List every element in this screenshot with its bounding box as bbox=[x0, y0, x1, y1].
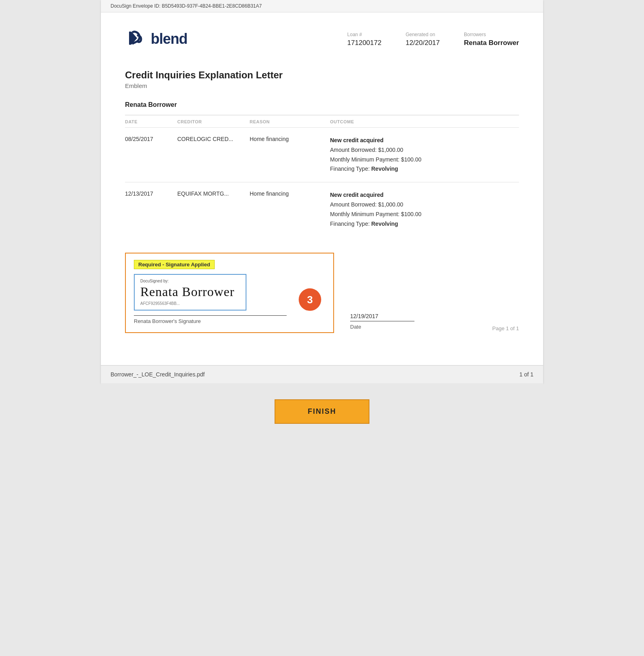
table-row: 08/25/2017 CORELOGIC CRED... Home financ… bbox=[125, 127, 519, 182]
row1-date: 08/25/2017 bbox=[125, 136, 177, 142]
blend-logo-icon bbox=[125, 29, 146, 49]
borrowers-label: Borrowers bbox=[464, 32, 519, 37]
row2-financing-type: Revolving bbox=[371, 221, 398, 227]
doc-title-section: Credit Inquiries Explanation Letter Embl… bbox=[125, 69, 519, 89]
row2-reason: Home financing bbox=[250, 190, 330, 197]
signature-box: Required - Signature Applied DocuSigned … bbox=[125, 253, 334, 333]
row1-creditor: CORELOGIC CRED... bbox=[177, 136, 250, 142]
generated-label: Generated on bbox=[406, 32, 440, 37]
sig-line bbox=[134, 315, 287, 316]
row2-outcome: New credit acquired Amount Borrowed: $1,… bbox=[330, 190, 519, 229]
row1-outcome: New credit acquired Amount Borrowed: $1,… bbox=[330, 136, 519, 174]
filename: Borrower_-_LOE_Credit_Inquiries.pdf bbox=[111, 371, 205, 378]
borrower-name: Renata Borrower bbox=[125, 101, 519, 108]
page-count: 1 of 1 bbox=[519, 371, 533, 378]
table-header: DATE CREDITOR REASON OUTCOME bbox=[125, 115, 519, 127]
row2-outcome-title: New credit acquired bbox=[330, 190, 519, 200]
doc-title: Credit Inquiries Explanation Letter bbox=[125, 69, 519, 81]
row1-financing-label: Financing Type: bbox=[330, 166, 371, 172]
row2-financing-label: Financing Type: bbox=[330, 221, 371, 227]
row1-financing-type: Revolving bbox=[371, 166, 398, 172]
header-meta: Loan # 171200172 Generated on 12/20/2017… bbox=[347, 29, 519, 47]
page-indicator: Page 1 of 1 bbox=[492, 322, 519, 331]
row1-reason: Home financing bbox=[250, 136, 330, 142]
row1-amount: Amount Borrowed: $1,000.00 bbox=[330, 145, 519, 155]
finish-button[interactable]: FINISH bbox=[275, 399, 369, 424]
docusign-hash: AFCF9295563F4BB... bbox=[140, 301, 240, 306]
required-badge: Required - Signature Applied bbox=[134, 260, 215, 269]
row2-date: 12/13/2017 bbox=[125, 190, 177, 197]
circle-badge: 3 bbox=[299, 288, 321, 311]
logo-area: blend bbox=[125, 29, 187, 49]
document-header: blend Loan # 171200172 Generated on 12/2… bbox=[125, 29, 519, 49]
sig-label: Renata Borrower's Signature bbox=[134, 318, 325, 324]
generated-date: 12/20/2017 bbox=[406, 39, 440, 47]
col-creditor: CREDITOR bbox=[177, 119, 250, 124]
date-section: 12/19/2017 Date bbox=[350, 313, 414, 331]
row2-payment: Monthly Minimum Payment: $100.00 bbox=[330, 210, 519, 219]
envelope-id-bar: DocuSign Envelope ID: B5D5493D-937F-4B24… bbox=[101, 0, 543, 12]
col-outcome: OUTCOME bbox=[330, 119, 519, 124]
table-row: 12/13/2017 EQUIFAX MORTG... Home financi… bbox=[125, 182, 519, 237]
loan-number: 171200172 bbox=[347, 39, 381, 47]
col-date: DATE bbox=[125, 119, 177, 124]
loan-number-group: Loan # 171200172 bbox=[347, 32, 381, 47]
col-reason: REASON bbox=[250, 119, 330, 124]
doc-subtitle: Emblem bbox=[125, 82, 519, 89]
row1-payment: Monthly Minimum Payment: $100.00 bbox=[330, 155, 519, 165]
bottom-bar: Borrower_-_LOE_Credit_Inquiries.pdf 1 of… bbox=[101, 365, 543, 383]
row1-outcome-title: New credit acquired bbox=[330, 136, 519, 145]
finish-area: FINISH bbox=[101, 383, 543, 444]
loan-label: Loan # bbox=[347, 32, 381, 37]
borrowers-name: Renata Borrower bbox=[464, 39, 519, 47]
date-value: 12/19/2017 bbox=[350, 313, 414, 321]
row2-amount: Amount Borrowed: $1,000.00 bbox=[330, 200, 519, 210]
generated-on-group: Generated on 12/20/2017 bbox=[406, 32, 440, 47]
borrowers-group: Borrowers Renata Borrower bbox=[464, 32, 519, 47]
envelope-id-text: DocuSign Envelope ID: B5D5493D-937F-4B24… bbox=[111, 3, 262, 9]
row2-financing: Financing Type: Revolving bbox=[330, 219, 519, 229]
docusign-by-label: DocuSigned by: bbox=[140, 279, 240, 283]
docusign-signature-box: DocuSigned by: Renata Borrower AFCF92955… bbox=[134, 274, 246, 310]
blend-wordmark: blend bbox=[151, 31, 187, 47]
row2-creditor: EQUIFAX MORTG... bbox=[177, 190, 250, 197]
row1-financing: Financing Type: Revolving bbox=[330, 164, 519, 174]
signature-section: Required - Signature Applied DocuSigned … bbox=[125, 253, 519, 341]
signature-cursive: Renata Borrower bbox=[140, 284, 240, 299]
date-label: Date bbox=[350, 324, 414, 330]
